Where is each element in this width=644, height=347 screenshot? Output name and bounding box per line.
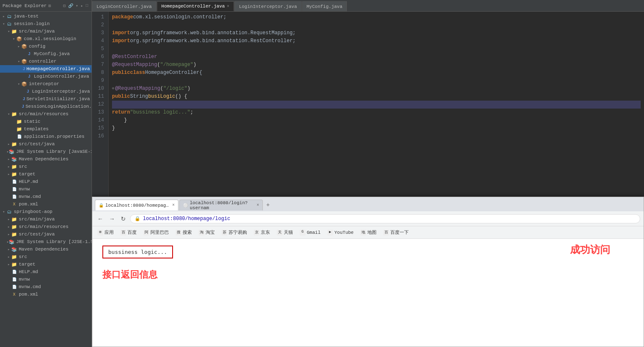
tree-item-MyConfig-java[interactable]: JMyConfig.java: [0, 50, 92, 58]
bookmark-1[interactable]: 百百度: [119, 229, 138, 236]
panel-icon-minimize[interactable]: □: [85, 3, 89, 9]
bookmark-2[interactable]: 阿阿里巴巴: [142, 229, 171, 236]
bookmark-5[interactable]: 苏苏宁易购: [220, 229, 249, 236]
java-icon: J: [26, 52, 33, 56]
tree-arrow: ▸: [17, 44, 21, 49]
tree-item-aop-maven-deps[interactable]: ▸📚Maven Dependencies: [0, 246, 92, 253]
tree-arrow: ▸: [2, 14, 6, 19]
xml-icon: X: [11, 292, 18, 297]
line-number-4: 4: [92, 37, 107, 45]
tree-item-interceptor[interactable]: ▾📦interceptor: [0, 80, 92, 88]
tree-item-LoginController-java[interactable]: JLoginController.java: [0, 73, 92, 80]
tree-item-aop-src-test-java[interactable]: ▸📁src/test/java: [0, 230, 92, 238]
folder-icon: 📁: [11, 254, 18, 260]
tree-item-aop-src-main-java[interactable]: ▸📁src/main/java: [0, 215, 92, 223]
tree-item-src-main-java[interactable]: ▾📁src/main/java: [0, 28, 92, 35]
tree-item-config[interactable]: ▸📦config: [0, 43, 92, 50]
browser-tab-label-0: localhost:8080/homepage/log: [105, 203, 171, 208]
editor-area: LoginController.javaHomepageController.j…: [92, 0, 644, 347]
tree-item-aop-mvnw-cmd[interactable]: 📄mvnw.cmd: [0, 283, 92, 291]
panel-icon-collapse[interactable]: ⊡: [62, 3, 66, 9]
tree-item-aop-HELP-md[interactable]: 📄HELP.md: [0, 268, 92, 276]
bookmark-7[interactable]: 天天猫: [275, 229, 295, 236]
tree-item-pom-xml[interactable]: Xpom.xml: [0, 200, 92, 208]
tree-item-HomepageController-java[interactable]: JHomepageController.java: [0, 65, 92, 73]
folder-icon: 📁: [16, 127, 23, 132]
folder-icon: 📁: [11, 164, 18, 170]
tree-arrow: ▸: [7, 247, 11, 252]
bookmark-11[interactable]: 百百度一下: [382, 229, 410, 236]
tab-MyConfig[interactable]: MyConfig.java: [302, 1, 347, 11]
line-number-11: 11: [92, 93, 107, 101]
tree-item-session-login[interactable]: ▾🗂session-login: [0, 20, 92, 28]
folder-icon: 📁: [16, 119, 23, 124]
tree-item-mvnw-cmd[interactable]: 📄mvnw.cmd: [0, 193, 92, 200]
tree-item-ServletInitializer-java[interactable]: JServletInitializer.java: [0, 95, 92, 103]
tab-LoginInterceptor[interactable]: LoginInterceptor.java: [234, 1, 302, 11]
tree-item-src-folder[interactable]: ▸📁src: [0, 163, 92, 170]
bookmark-4[interactable]: 淘淘宝: [197, 229, 216, 236]
tree-item-templates[interactable]: 📁templates: [0, 125, 92, 133]
tree-label: pom.xml: [19, 292, 38, 297]
tab-close-HomepageController[interactable]: ×: [227, 4, 229, 9]
tree-item-springboot-aop[interactable]: ▾🗂springboot-aop: [0, 208, 92, 215]
panel-icon-link[interactable]: 🔗: [67, 3, 74, 9]
tree-item-aop-src-main-resources[interactable]: ▸📁src/main/resources: [0, 223, 92, 230]
tree-item-java-test[interactable]: ▸🗂java-test: [0, 13, 92, 20]
bookmark-9[interactable]: ▶YouTube: [326, 229, 355, 236]
tree-item-aop-src[interactable]: ▸📁src: [0, 253, 92, 261]
tree-item-aop-target[interactable]: ▸📁target: [0, 261, 92, 268]
bookmark-3[interactable]: 搜搜索: [174, 229, 193, 236]
return-info-text: 接口返回信息: [102, 268, 634, 281]
tree-label: interceptor: [29, 81, 59, 86]
tree-item-SessionLoginApplication-java[interactable]: JSessionLoginApplication.java: [0, 103, 92, 110]
browser-tab-0[interactable]: 🔒localhost:8080/homepage/log×: [95, 200, 178, 210]
tree-item-aop-pom-xml[interactable]: Xpom.xml: [0, 291, 92, 298]
package-icon: 📦: [21, 59, 28, 64]
panel-icon-maximize[interactable]: ▸: [80, 3, 84, 9]
browser-address-bar[interactable]: 🔒 localhost:8080/homepage/logic: [130, 214, 640, 223]
tree-item-target-folder[interactable]: ▸📁target: [0, 170, 92, 178]
browser-tab-close-0[interactable]: ×: [172, 203, 175, 208]
tree-item-aop-jre-library[interactable]: ▸📚JRE System Library [J2SE-1.5]: [0, 238, 92, 246]
browser-forward-button[interactable]: →: [107, 215, 117, 223]
folder-icon: 📁: [11, 262, 18, 267]
tree-arrow: ▸: [7, 225, 11, 229]
code-line-9: [112, 77, 641, 85]
tree-arrow: ▾: [17, 59, 21, 64]
tree-item-maven-deps[interactable]: ▸📚Maven Dependencies: [0, 155, 92, 163]
browser-tab-close-1[interactable]: ×: [257, 203, 259, 208]
browser-tab-1[interactable]: ⚪localhost:8080/login?usernam×: [179, 200, 263, 210]
tree-label: src/test/java: [19, 142, 55, 147]
tree-item-src-main-resources[interactable]: ▾📁src/main/resources: [0, 110, 92, 118]
browser-refresh-button[interactable]: ↻: [119, 215, 127, 223]
tab-LoginController[interactable]: LoginController.java: [92, 1, 156, 11]
bookmark-icon-3: 搜: [176, 230, 181, 236]
bookmark-icon-10: 地: [360, 230, 366, 236]
tree-item-mvnw[interactable]: 📄mvnw: [0, 185, 92, 193]
bookmark-6[interactable]: 京京东: [252, 229, 272, 236]
tab-HomepageController[interactable]: HomepageController.java×: [157, 1, 234, 11]
bookmark-10[interactable]: 地地图: [359, 229, 378, 236]
browser-back-button[interactable]: ←: [96, 215, 105, 223]
tree-item-com-xl[interactable]: ▾📦com.xl.sessionlogin: [0, 35, 92, 43]
tree-arrow: ▸: [7, 255, 11, 259]
tree-item-LoginInterceptor-java[interactable]: JLoginInterceptor.java: [0, 88, 92, 95]
tree-item-jre-library[interactable]: ▸📚JRE System Library [JavaSE-1.8]: [0, 148, 92, 155]
code-line-14: }: [112, 117, 641, 124]
bookmark-8[interactable]: GGmail: [298, 229, 322, 236]
tree-item-application-properties[interactable]: 📄application.properties: [0, 133, 92, 140]
tree-item-controller[interactable]: ▾📦controller: [0, 58, 92, 65]
tree-item-aop-mvnw[interactable]: 📄mvnw: [0, 276, 92, 283]
fold-arrow[interactable]: ⊖: [112, 85, 114, 93]
bookmark-label-3: 搜索: [183, 229, 192, 236]
panel-icon-menu[interactable]: ▾: [75, 3, 79, 9]
tree-item-static[interactable]: 📁static: [0, 118, 92, 125]
bookmark-0[interactable]: ⊞应用: [96, 229, 115, 236]
lock-icon: 🔒: [135, 216, 140, 221]
tree-item-HELP-md[interactable]: 📄HELP.md: [0, 178, 92, 185]
tree-item-src-test-java[interactable]: ▸📁src/test/java: [0, 140, 92, 148]
src-folder-icon: 📁: [11, 232, 18, 237]
browser-nav: ← → ↻ 🔒 localhost:8080/homepage/logic: [92, 211, 644, 226]
browser-new-tab-button[interactable]: +: [264, 201, 272, 209]
